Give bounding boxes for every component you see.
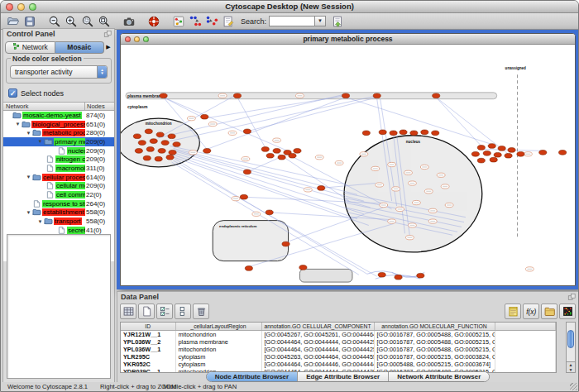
zoom-out-icon[interactable] — [46, 14, 62, 29]
tree-row-cellular-metaboli[interactable]: cellular metaboli209(0) — [3, 182, 114, 191]
gene-node[interactable] — [266, 153, 274, 158]
tree-row-macromolecule-m[interactable]: macromolecule m311(0) — [3, 164, 114, 173]
zoom-in-icon[interactable] — [63, 14, 79, 29]
network-graph[interactable]: plasma membranecytoplasmmitochondrionnuc… — [121, 45, 575, 285]
gene-node[interactable] — [145, 129, 152, 134]
gene-node[interactable] — [168, 134, 175, 139]
gene-node[interactable] — [342, 93, 349, 98]
table-row[interactable]: YPL036W__2plasma membrane[GO:0044464, GO… — [121, 338, 556, 346]
table-cell[interactable]: YPL036W__2 — [121, 338, 175, 346]
gene-node[interactable] — [160, 93, 167, 98]
table-cell[interactable]: mitochondrion — [175, 346, 261, 353]
gene-node[interactable] — [233, 93, 241, 98]
gene-node[interactable] — [166, 155, 174, 160]
gene-node[interactable] — [278, 155, 285, 160]
resize-grip[interactable] — [570, 383, 577, 390]
help-ring-icon[interactable] — [146, 14, 161, 29]
column-header[interactable] — [495, 323, 556, 331]
gene-node[interactable] — [433, 93, 440, 98]
scrollbar-thumb[interactable] — [567, 330, 574, 348]
vizmapper-icon[interactable] — [170, 14, 186, 29]
gene-node[interactable] — [494, 152, 501, 157]
gene-node[interactable] — [158, 149, 165, 154]
import-annotation-icon[interactable] — [329, 14, 345, 29]
snapshot-icon[interactable] — [121, 14, 136, 29]
table-cell[interactable]: [GO:0016787, GO:0005215, GO:0003824, G..… — [374, 353, 495, 361]
gene-node[interactable] — [143, 155, 151, 160]
gene-node[interactable] — [517, 151, 524, 156]
import-attributes-icon[interactable] — [541, 304, 557, 319]
float-panel-icon[interactable] — [103, 30, 112, 38]
expand-arrow-icon[interactable]: ▼ — [36, 219, 44, 224]
gene-node[interactable] — [282, 241, 290, 246]
gene-node[interactable] — [294, 149, 301, 154]
gene-node[interactable] — [318, 186, 325, 191]
select-attributes-icon[interactable] — [156, 304, 173, 319]
tab-mosaic[interactable]: Mosaic — [55, 41, 105, 54]
table-cell[interactable]: YJR121W__1 — [121, 331, 175, 339]
tab-network-attribute-browser[interactable]: Network Attribute Browser — [388, 372, 489, 381]
gene-node[interactable] — [261, 147, 269, 152]
tree-row-nitrogen-compoun[interactable]: nitrogen compoun209(0) — [3, 155, 114, 164]
table-mode-icon[interactable] — [120, 304, 136, 319]
new-attribute-icon[interactable] — [138, 304, 155, 319]
table-cell[interactable]: [GO:0044464, GO:0044444, GO:0044425, G..… — [261, 346, 374, 353]
search-dropdown-icon[interactable]: ▼ — [315, 16, 326, 26]
table-cell[interactable]: [GO:0005488, GO:0005215, GO:0003674] — [374, 361, 495, 368]
expand-arrow-icon[interactable]: ▼ — [25, 174, 32, 179]
gene-node[interactable] — [490, 157, 497, 162]
gene-node[interactable] — [201, 114, 208, 119]
table-cell[interactable]: cytoplasm — [175, 353, 261, 361]
column-header[interactable]: ID — [121, 323, 175, 331]
table-cell[interactable]: YLR295C — [121, 353, 175, 361]
tree-row-transport[interactable]: ▼transport558(0) — [3, 217, 114, 226]
table-cell[interactable]: mitochondrion — [175, 331, 261, 339]
tree-row-mosaic-demo-yeast[interactable]: mosaic-demo-yeast874(0) — [3, 111, 114, 120]
gene-node[interactable] — [471, 151, 479, 156]
table-cell[interactable] — [495, 353, 556, 361]
table-cell[interactable]: YPL036W__1 — [121, 346, 175, 353]
gene-node[interactable] — [483, 151, 490, 155]
table-cell[interactable]: [GO:0016787, GO:0005488, GO:0005215, G..… — [374, 346, 495, 353]
table-cell[interactable]: cytoplasm — [175, 361, 261, 368]
table-cell[interactable]: [GO:0045267, GO:0045261, GO:0044464, G..… — [261, 331, 374, 339]
open-icon[interactable] — [5, 14, 21, 29]
tree-row-cellular-process[interactable]: ▼cellular process614(0) — [3, 173, 114, 182]
birds-eye-view[interactable] — [7, 234, 111, 379]
layout-a-icon[interactable] — [187, 14, 203, 29]
expand-arrow-icon[interactable]: ▼ — [25, 210, 32, 215]
gene-node[interactable] — [133, 134, 141, 139]
tab-network[interactable]: path d="M5 5 L12 8 L6 13" stroke="#292" … — [5, 41, 55, 54]
gene-node[interactable] — [243, 129, 251, 134]
table-row[interactable]: YLR295Ccytoplasm[GO:0045263, GO:0044464,… — [121, 353, 556, 361]
layout-b-icon[interactable] — [203, 14, 219, 29]
network-canvas[interactable]: plasma membranecytoplasmmitochondrionnuc… — [121, 45, 575, 285]
zoom-selected-icon[interactable] — [79, 14, 95, 29]
gene-node[interactable] — [508, 148, 515, 153]
table-cell[interactable] — [495, 361, 556, 368]
delete-attribute-icon[interactable] — [193, 304, 209, 319]
unselect-attributes-icon[interactable] — [175, 304, 191, 319]
gene-node[interactable] — [266, 210, 273, 215]
tree-row-establishment-of-lo[interactable]: ▼establishment of lo558(0) — [3, 208, 114, 218]
table-cell[interactable]: [GO:0045263, GO:0044464, GO:0044455, G..… — [261, 353, 374, 361]
table-cell[interactable]: [GO:0044464, GO:0044446, GO:0044444, G..… — [261, 361, 374, 368]
gene-node[interactable] — [395, 275, 402, 280]
table-cell[interactable] — [495, 346, 556, 353]
table-cell[interactable]: [GO:0044464, GO:0044444, GO:0044425, G..… — [261, 338, 374, 346]
gene-node[interactable] — [173, 142, 180, 147]
gene-node[interactable] — [243, 170, 251, 174]
gene-node[interactable] — [417, 273, 424, 278]
table-row[interactable]: YKR052Ccytoplasm[GO:0044464, GO:0044446,… — [121, 361, 556, 368]
expand-arrow-icon[interactable]: ▼ — [14, 122, 22, 127]
gene-node[interactable] — [477, 158, 485, 163]
save-icon[interactable] — [22, 14, 37, 29]
tree-row-biological-process[interactable]: ▼biological_process651(0) — [3, 120, 114, 129]
function-builder-icon[interactable]: f(x) — [523, 304, 539, 319]
table-scrollbar[interactable]: ▲▼ — [566, 322, 576, 373]
gene-node[interactable] — [203, 149, 211, 154]
app-titlebar[interactable]: Cytoscape Desktop (New Session) — [1, 1, 578, 13]
tree-row-response-to-stimulu[interactable]: response to stimulu264(0) — [3, 199, 114, 208]
column-header[interactable]: _cellularLayoutRegion — [175, 323, 261, 331]
gene-node[interactable] — [390, 131, 397, 136]
